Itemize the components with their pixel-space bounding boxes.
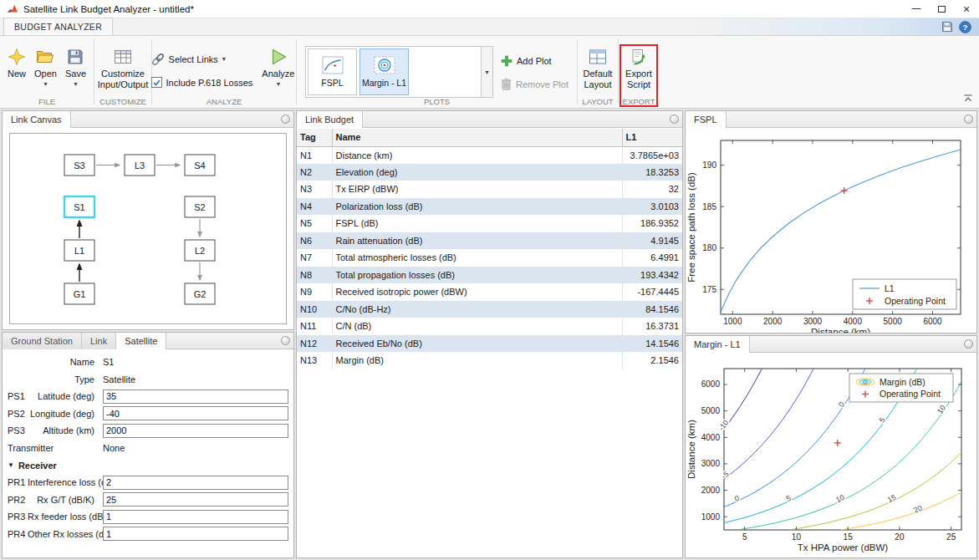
type-row: Type Satellite bbox=[3, 371, 293, 389]
open-dropdown-arrow-icon[interactable]: ▾ bbox=[43, 81, 47, 88]
rx-feeder-loss-input[interactable] bbox=[103, 510, 288, 524]
longitude-input[interactable] bbox=[103, 406, 288, 420]
svg-text:5000: 5000 bbox=[884, 317, 903, 326]
tab-link[interactable]: Link bbox=[82, 333, 116, 349]
save-button[interactable]: Save ▾ bbox=[63, 46, 89, 89]
column-header-l1[interactable]: L1 bbox=[622, 129, 682, 146]
panel-options-icon[interactable] bbox=[281, 336, 290, 345]
minimize-button[interactable] bbox=[904, 0, 929, 18]
select-links-button[interactable]: Select Links ▾ bbox=[151, 51, 253, 67]
transmitter-value: None bbox=[103, 443, 125, 453]
ribbon-toolstrip: New Open ▾ Save ▾ FILE bbox=[0, 36, 979, 109]
property-row-other-rx: PR4 Other Rx losses (dB) bbox=[3, 526, 293, 543]
panel-options-icon[interactable] bbox=[964, 115, 973, 124]
svg-text:10: 10 bbox=[792, 532, 802, 542]
maximize-button[interactable] bbox=[929, 0, 954, 18]
table-row[interactable]: N6Rain attenuation (dB)4.9145 bbox=[297, 232, 682, 250]
svg-text:25: 25 bbox=[946, 532, 956, 542]
analyze-button[interactable]: Analyze ▾ bbox=[259, 46, 297, 89]
node-s3[interactable]: S3 bbox=[64, 155, 94, 176]
node-g1[interactable]: G1 bbox=[64, 283, 94, 304]
table-row[interactable]: N13Margin (dB)2.1546 bbox=[297, 352, 682, 369]
node-l2[interactable]: L2 bbox=[185, 240, 215, 261]
gallery-item-fspl[interactable]: FSPL bbox=[308, 48, 357, 95]
include-p618-checkbox[interactable]: Include P.618 Losses bbox=[151, 74, 253, 90]
table-row[interactable]: N4Polarization loss (dB)3.0103 bbox=[297, 198, 682, 216]
margin-body: 510152025100020003000400050006000-10-500… bbox=[686, 354, 976, 557]
table-row[interactable]: N5FSPL (dB)186.9352 bbox=[297, 215, 682, 232]
transmitter-row: Transmitter None bbox=[3, 440, 293, 457]
panel-options-icon[interactable] bbox=[281, 115, 290, 124]
latitude-input[interactable] bbox=[103, 389, 288, 404]
remove-plot-button[interactable]: Remove Plot bbox=[501, 76, 569, 92]
gallery-item-margin-l1[interactable]: Margin - L1 bbox=[359, 48, 409, 95]
panel-options-icon[interactable] bbox=[964, 339, 973, 349]
toolstrip-tab-bar: BUDGET ANALYZER ? bbox=[0, 18, 979, 36]
run-icon bbox=[268, 47, 288, 67]
type-label: Type bbox=[28, 374, 98, 384]
gallery-empty-space bbox=[410, 47, 481, 97]
tab-budget-analyzer[interactable]: BUDGET ANALYZER bbox=[3, 18, 113, 35]
column-header-tag[interactable]: Tag bbox=[297, 129, 332, 146]
add-plot-button[interactable]: Add Plot bbox=[501, 53, 569, 69]
node-g2[interactable]: G2 bbox=[185, 283, 215, 304]
margin-tab[interactable]: Margin - L1 bbox=[686, 336, 750, 353]
customize-io-button[interactable]: Customize Input/Output bbox=[93, 46, 153, 90]
svg-text:175: 175 bbox=[702, 285, 716, 294]
node-s1-selected[interactable]: S1 bbox=[64, 196, 94, 217]
rx-gt-input[interactable] bbox=[103, 492, 288, 507]
network-canvas[interactable]: S3 L3 S4 S1 S2 L1 L2 G1 G2 bbox=[9, 133, 287, 324]
collapse-ribbon-icon[interactable] bbox=[963, 94, 973, 103]
checkbox-checked-icon[interactable] bbox=[151, 77, 162, 88]
node-s2[interactable]: S2 bbox=[185, 196, 215, 217]
table-row[interactable]: N7Total atmospheric losses (dB)6.4991 bbox=[297, 249, 682, 267]
export-script-button[interactable]: Export Script bbox=[617, 46, 660, 90]
svg-text:3000: 3000 bbox=[803, 317, 823, 326]
node-s4[interactable]: S4 bbox=[185, 155, 215, 176]
interference-loss-input[interactable] bbox=[103, 476, 288, 490]
node-l1[interactable]: L1 bbox=[64, 240, 94, 261]
new-button[interactable]: New bbox=[5, 46, 28, 80]
gallery-item-margin-l1-label: Margin - L1 bbox=[362, 78, 406, 88]
gallery-dropdown-arrow-icon[interactable]: ▾ bbox=[481, 47, 492, 97]
link-canvas-body[interactable]: S3 L3 S4 S1 S2 L1 L2 G1 G2 bbox=[3, 129, 293, 329]
svg-text:185: 185 bbox=[702, 202, 716, 211]
fspl-body: 100020003000400050006000175180185190Dist… bbox=[686, 129, 976, 333]
svg-text:2000: 2000 bbox=[763, 317, 783, 326]
analyze-dropdown-arrow-icon[interactable]: ▾ bbox=[277, 81, 280, 88]
altitude-input[interactable] bbox=[103, 424, 288, 438]
tab-ground-station[interactable]: Ground Station bbox=[3, 333, 82, 349]
table-row[interactable]: N1Distance (km)3.7865e+03 bbox=[297, 146, 682, 164]
save-dropdown-arrow-icon[interactable]: ▾ bbox=[74, 81, 77, 88]
svg-text:Margin (dB): Margin (dB) bbox=[880, 377, 925, 387]
help-icon[interactable]: ? bbox=[959, 21, 971, 33]
table-row[interactable]: N8Total propagation losses (dB)193.4342 bbox=[297, 267, 682, 284]
close-button[interactable]: × bbox=[954, 0, 979, 18]
table-row[interactable]: N12Received Eb/No (dB)14.1546 bbox=[297, 335, 682, 353]
svg-text:5000: 5000 bbox=[701, 406, 721, 415]
panel-options-icon[interactable] bbox=[670, 115, 679, 124]
other-rx-losses-label: Other Rx losses (dB) bbox=[28, 529, 98, 539]
table-row[interactable]: N9Received isotropic power (dBW)-167.444… bbox=[297, 283, 682, 301]
table-row[interactable]: N10C/No (dB-Hz)84.1546 bbox=[297, 301, 682, 318]
other-rx-losses-input[interactable] bbox=[103, 527, 288, 541]
tab-satellite[interactable]: Satellite bbox=[116, 333, 166, 349]
column-header-name[interactable]: Name bbox=[332, 129, 622, 146]
table-row[interactable]: N2Elevation (deg)18.3253 bbox=[297, 164, 682, 181]
quick-save-icon[interactable] bbox=[941, 21, 953, 33]
link-canvas-tab[interactable]: Link Canvas bbox=[3, 111, 71, 128]
margin-contour-chart: 510152025100020003000400050006000-10-500… bbox=[686, 354, 976, 557]
customize-io-label: Customize Input/Output bbox=[95, 69, 150, 89]
receiver-section-header[interactable]: ▼ Receiver bbox=[3, 456, 293, 474]
table-row[interactable]: N11C/N (dB)16.3731 bbox=[297, 318, 682, 335]
property-tag: PR3 bbox=[3, 512, 28, 522]
trash-icon bbox=[501, 78, 512, 90]
table-row[interactable]: N3Tx EIRP (dBW)32 bbox=[297, 181, 682, 198]
add-plot-icon bbox=[501, 55, 512, 67]
default-layout-button[interactable]: Default Layout bbox=[576, 46, 620, 90]
fspl-tab[interactable]: FSPL bbox=[686, 111, 727, 128]
property-row-rx-feeder: PR3 Rx feeder loss (dB) bbox=[3, 508, 293, 526]
open-button[interactable]: Open ▾ bbox=[32, 46, 59, 89]
link-budget-tab[interactable]: Link Budget bbox=[297, 111, 363, 128]
node-l3[interactable]: L3 bbox=[125, 155, 155, 176]
